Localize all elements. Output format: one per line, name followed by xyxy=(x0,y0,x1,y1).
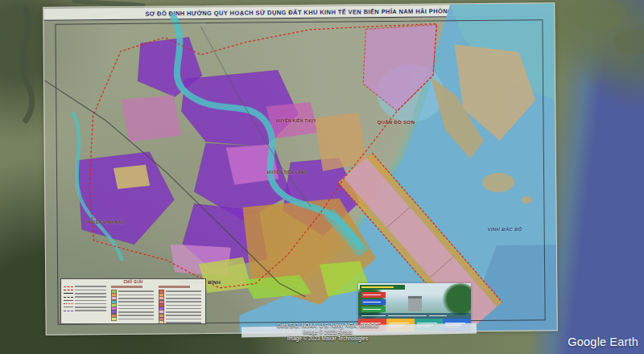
legend-line-symbol xyxy=(64,297,73,298)
legend-swatch xyxy=(111,317,117,321)
legend-label-bar xyxy=(166,290,201,292)
legend-label-bar xyxy=(166,294,201,296)
legend-line-symbol xyxy=(64,286,73,287)
legend-label-bar xyxy=(75,307,106,308)
legend-label-bar xyxy=(166,301,201,303)
legend-label-bar xyxy=(75,300,106,302)
inset-photo xyxy=(358,283,471,319)
legend-label-bar xyxy=(118,305,154,307)
legend-label-bar xyxy=(118,290,154,292)
logo-google: Google xyxy=(568,335,606,348)
legend-line-symbol xyxy=(64,311,73,311)
legend-label-bar xyxy=(118,298,154,299)
legend-col-planned xyxy=(159,285,203,324)
inset-ribbons xyxy=(361,292,386,312)
legend-label-bar xyxy=(166,322,201,323)
tower-building xyxy=(408,296,422,311)
legend-label-bar xyxy=(166,298,201,299)
legend-label-bar xyxy=(166,319,201,320)
attribution-line3: Image © 2023 Maxar Technologies xyxy=(259,335,396,342)
map-label: QUẬN ĐỒ SƠN xyxy=(378,120,415,125)
inset-ribbon xyxy=(361,299,386,305)
legend-label-bar xyxy=(75,293,106,294)
inset-ribbon xyxy=(361,307,386,312)
legend-label-bar xyxy=(75,303,106,305)
legend-label-bar xyxy=(118,311,154,313)
legend-label-bar xyxy=(118,301,154,303)
legend-line-symbol xyxy=(64,300,73,301)
legend-column-header xyxy=(159,286,190,288)
legend-col-existing xyxy=(111,285,155,324)
legend-label-bar xyxy=(118,308,154,310)
legend-column-header xyxy=(111,286,142,288)
legend-line-symbol xyxy=(64,303,73,304)
legend-label-bar xyxy=(166,311,201,313)
legend-label-bar xyxy=(75,290,106,291)
google-earth-logo: GoogleEarth xyxy=(568,335,638,348)
legend-row xyxy=(159,321,203,324)
legend-label-bar xyxy=(166,315,201,316)
legend-label-bar xyxy=(75,296,106,298)
map-label: HUYỆN VĨNH BẢO xyxy=(86,220,125,224)
legend-box: CHÚ GIẢI xyxy=(60,278,206,324)
google-earth-viewport[interactable]: SƠ ĐỒ ĐỊNH HƯỚNG QUY HOẠCH SỬ DỤNG ĐẤT K… xyxy=(0,0,644,354)
legend-line-symbol xyxy=(64,290,73,290)
legend-row xyxy=(111,317,155,320)
legend-col-boundaries xyxy=(64,285,108,324)
map-label: HUYỆN KIẾN THỤY xyxy=(276,118,316,123)
map-label: HUYỆN TIÊN LÃNG xyxy=(267,170,308,175)
attribution-line1: Data SIO, NOAA, U.S. Navy, NGA, GEBCO xyxy=(259,323,396,329)
map-label: VỊNH BẮC BỘ xyxy=(488,227,522,232)
legend-label-bar xyxy=(118,294,154,296)
legend-line-symbol xyxy=(64,307,73,307)
legend-label-bar xyxy=(118,315,154,316)
inset-ribbon xyxy=(361,292,386,298)
attribution: Data SIO, NOAA, U.S. Navy, NGA, GEBCO Im… xyxy=(259,323,396,342)
legend-label-bar xyxy=(166,305,201,307)
inset-caption-bar xyxy=(358,313,471,319)
legend-label-bar xyxy=(166,308,201,310)
legend-row xyxy=(64,309,108,312)
logo-earth: Earth xyxy=(609,335,638,348)
legend-label-bar xyxy=(75,286,106,287)
tree-right xyxy=(442,283,471,315)
inset-header-bar xyxy=(360,285,405,290)
attribution-line2: Image © 2023 Airbus xyxy=(259,329,396,335)
legend-line-symbol xyxy=(64,293,73,294)
legend-label-bar xyxy=(75,310,106,311)
legend-swatch xyxy=(159,320,164,324)
legend-label-bar xyxy=(118,319,154,320)
